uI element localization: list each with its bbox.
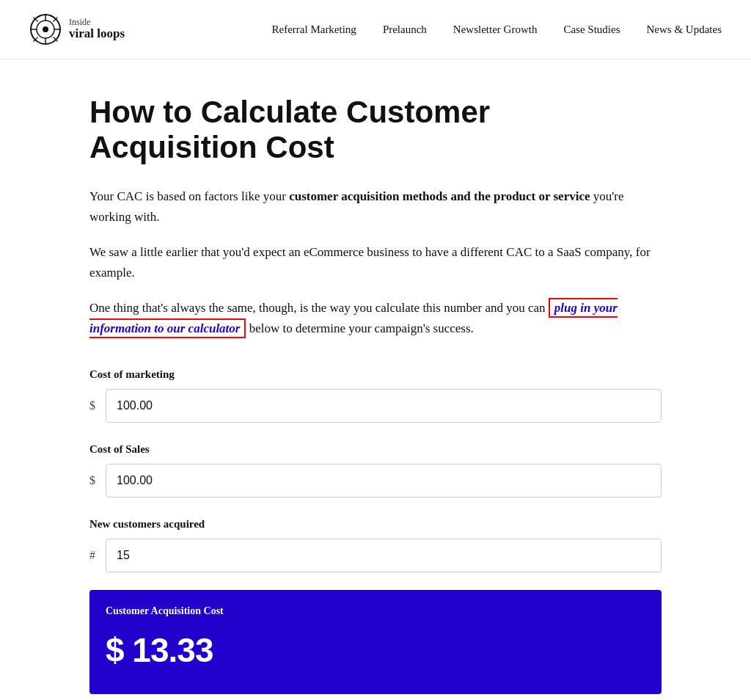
nav-news-updates[interactable]: News & Updates (647, 21, 722, 38)
result-value: $ 13.33 (106, 624, 645, 678)
cost-of-sales-row: $ (89, 464, 662, 497)
cost-of-sales-group: Cost of Sales $ (89, 440, 662, 497)
cost-of-marketing-input[interactable] (106, 389, 662, 423)
cost-of-marketing-row: $ (89, 389, 662, 423)
new-customers-input[interactable] (106, 539, 662, 572)
paragraph-2: We saw a little earlier that you'd expec… (89, 242, 662, 283)
result-label: Customer Acquisition Cost (106, 603, 645, 619)
paragraph-1: Your CAC is based on factors like your c… (89, 186, 662, 227)
cost-of-marketing-label: Cost of marketing (89, 365, 662, 383)
logo-text: Inside viral loops (69, 18, 125, 41)
cost-of-sales-input[interactable] (106, 464, 662, 497)
main-content: How to Calculate Customer Acquisition Co… (60, 59, 691, 700)
logo-link[interactable]: Inside viral loops (29, 13, 125, 45)
logo-brand: viral loops (69, 27, 125, 41)
paragraph-3: One thing that's always the same, though… (89, 298, 662, 339)
svg-point-2 (43, 26, 48, 32)
p3-start: One thing that's always the same, though… (89, 301, 549, 315)
nav-newsletter-growth[interactable]: Newsletter Growth (453, 21, 538, 38)
p1-start: Your CAC is based on factors like your (89, 189, 289, 203)
cost-of-marketing-group: Cost of marketing $ (89, 365, 662, 423)
logo-icon (29, 13, 62, 45)
cost-of-sales-label: Cost of Sales (89, 440, 662, 458)
cost-of-sales-prefix: $ (89, 471, 100, 490)
site-header: Inside viral loops Referral Marketing Pr… (0, 0, 751, 59)
new-customers-prefix: # (89, 546, 100, 565)
nav-referral-marketing[interactable]: Referral Marketing (272, 21, 356, 38)
calculator: Cost of marketing $ Cost of Sales $ New … (89, 365, 662, 694)
new-customers-label: New customers acquired (89, 515, 662, 533)
p3-end: below to determine your campaign's succe… (246, 321, 473, 335)
new-customers-group: New customers acquired # (89, 515, 662, 572)
nav-case-studies[interactable]: Case Studies (563, 21, 620, 38)
new-customers-row: # (89, 539, 662, 572)
main-nav: Referral Marketing Prelaunch Newsletter … (272, 21, 722, 38)
result-box: Customer Acquisition Cost $ 13.33 (89, 590, 662, 694)
cost-of-marketing-prefix: $ (89, 396, 100, 415)
nav-prelaunch[interactable]: Prelaunch (383, 21, 427, 38)
p1-bold: customer acquisition methods and the pro… (289, 189, 590, 203)
page-title: How to Calculate Customer Acquisition Co… (89, 95, 662, 166)
